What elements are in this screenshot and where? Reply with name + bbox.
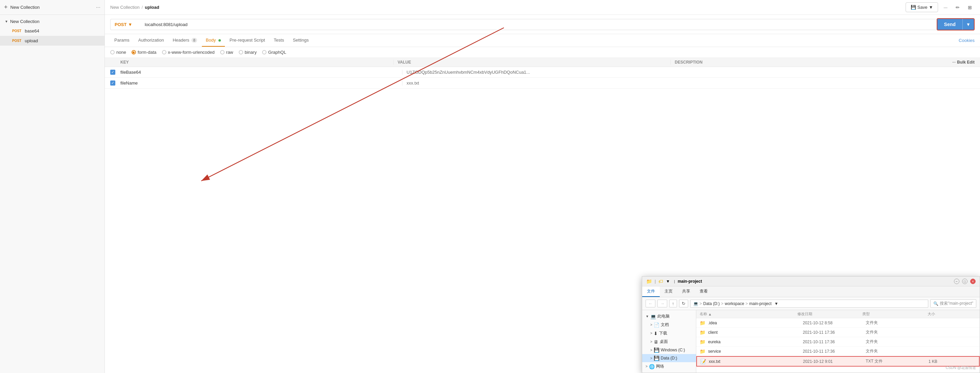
fd-tab-gongxiang[interactable]: 共享 <box>677 287 695 297</box>
url-input[interactable] <box>141 19 937 30</box>
method-select[interactable]: POST ▼ <box>110 19 141 30</box>
bulk-edit-button[interactable]: Bulk Edit <box>957 60 975 65</box>
file-row-client[interactable]: 📁 client 2021-10-11 17:36 文件夹 <box>696 328 980 337</box>
fd-up-button[interactable]: ↑ <box>669 300 677 308</box>
fd-file-area: 名称 ▲ 修改日期 类型 大小 📁 .idea 2021-10-12 8:58 … <box>696 310 980 373</box>
fd-forward-button[interactable]: → <box>657 300 667 308</box>
file-name-xxx: xxx.txt <box>709 359 803 364</box>
file-date-eureka: 2021-10-11 17:36 <box>803 340 866 344</box>
fd-tree-item-d-drive[interactable]: > 💾 Data (D:) <box>642 354 696 362</box>
fd-tree-item-computer[interactable]: ▼ 💻 此电脑 <box>642 312 696 320</box>
edit-button[interactable]: ✏ <box>953 3 963 12</box>
col-header-type[interactable]: 类型 <box>862 311 927 317</box>
row-checkbox-2[interactable] <box>110 80 120 86</box>
file-row-xxx[interactable]: 📝 xxx.txt 2021-10-12 9:01 TXT 文件 1 KB <box>696 356 980 367</box>
sidebar-item-base64[interactable]: POST base64 <box>0 26 105 36</box>
body-type-urlencoded[interactable]: x-www-form-urlencoded <box>162 50 215 55</box>
more-actions-icon[interactable]: ··· <box>952 60 956 65</box>
send-button[interactable]: Send <box>937 19 963 30</box>
body-type-binary[interactable]: binary <box>239 50 257 55</box>
fd-titlebar-sep: | <box>655 279 656 284</box>
file-row-eureka[interactable]: 📁 eureka 2021-10-11 17:36 文件夹 <box>696 337 980 347</box>
file-type-idea: 文件夹 <box>866 320 929 326</box>
body-type-form-data[interactable]: form-data <box>132 50 157 55</box>
fd-tree-item-desktop[interactable]: > 🖥 桌面 <box>642 338 696 346</box>
col-actions-header: ··· Bulk Edit <box>948 60 975 65</box>
file-icon-client: 📁 <box>700 330 705 335</box>
send-button-wrapper: Send ▼ <box>937 18 975 30</box>
topbar: New Collection / upload 💾 Save ▼ ··· ✏ ⊞ <box>105 0 980 15</box>
row-key-1[interactable]: fileBase64 <box>120 70 402 75</box>
breadcrumb-current: upload <box>145 5 159 10</box>
tree-c-label: Windows (C:) <box>661 347 685 352</box>
fd-tree-item-network[interactable]: > 🌐 网络 <box>642 362 696 371</box>
body-type-none[interactable]: none <box>110 50 126 55</box>
row-value-2[interactable]: xxx.txt <box>402 80 688 86</box>
cookies-link[interactable]: Cookies <box>959 38 975 43</box>
method-label: POST <box>115 22 126 27</box>
tree-desk-icon: 🖥 <box>654 339 659 344</box>
tree-computer-label: 此电脑 <box>657 314 670 319</box>
col-header-name[interactable]: 名称 ▲ <box>700 311 797 317</box>
fd-refresh-button[interactable]: ↻ <box>679 300 688 308</box>
tree-desk-label: 桌面 <box>660 339 668 344</box>
save-dropdown-icon: ▼ <box>929 5 933 10</box>
fd-bc-dropdown-icon[interactable]: ▼ <box>775 301 778 306</box>
collection-expand-toggle[interactable]: ▼ New Collection <box>0 17 105 26</box>
body-type-raw[interactable]: raw <box>220 50 233 55</box>
file-row-idea[interactable]: 📁 .idea 2021-10-12 8:58 文件夹 <box>696 318 980 328</box>
fd-tab-zhuye[interactable]: 主页 <box>660 287 677 297</box>
add-collection-button[interactable]: + <box>4 4 8 11</box>
radio-raw <box>220 50 224 54</box>
row-value-1[interactable]: U1ZODQp5b25nZnUuemhvbmNCm4xbVdyUGFhDQoNC… <box>402 70 688 75</box>
fd-minimize-button[interactable]: − <box>954 279 959 284</box>
tab-settings[interactable]: Settings <box>289 34 313 47</box>
tab-tests[interactable]: Tests <box>270 34 288 47</box>
fd-back-button[interactable]: ← <box>646 300 655 308</box>
save-button[interactable]: 💾 Save ▼ <box>905 2 939 12</box>
file-type-eureka: 文件夹 <box>866 339 929 344</box>
fd-folder-icon: 📁 <box>646 279 652 284</box>
tab-params[interactable]: Params <box>110 34 134 47</box>
file-date-service: 2021-10-11 17:36 <box>803 349 866 354</box>
fd-maximize-button[interactable]: □ <box>962 279 967 284</box>
file-row-service[interactable]: 📁 service 2021-10-11 17:36 文件夹 <box>696 347 980 356</box>
method-dropdown-icon: ▼ <box>128 22 132 27</box>
breadcrumb-separator: / <box>142 5 143 10</box>
fd-bc-sep3: > <box>746 301 748 306</box>
url-bar: POST ▼ Send ▼ <box>105 15 980 34</box>
checkbox-1[interactable] <box>110 70 115 75</box>
fd-tree-item-docs[interactable]: > 📄 文档 <box>642 320 696 329</box>
fd-search-box[interactable]: 🔍 搜索"main-project" <box>930 299 976 308</box>
file-icon-xxx: 📝 <box>700 359 706 364</box>
tab-body[interactable]: Body <box>202 34 225 47</box>
fd-address-bar[interactable]: 💻 > Data (D:) > workspace > main-project… <box>690 300 929 308</box>
tab-pre-request[interactable]: Pre-request Script <box>226 34 269 47</box>
col-value-header: VALUE <box>393 60 671 65</box>
fd-tree-item-downloads[interactable]: > ⬇ 下载 <box>642 329 696 338</box>
fd-tree-item-c-drive[interactable]: > 💾 Windows (C:) <box>642 346 696 354</box>
row-checkbox-1[interactable] <box>110 70 120 75</box>
sidebar-item-upload[interactable]: POST upload <box>0 36 105 46</box>
col-header-date[interactable]: 修改日期 <box>797 311 862 317</box>
tab-authorization[interactable]: Authorization <box>134 34 168 47</box>
fd-tab-chakan[interactable]: 查看 <box>695 287 713 297</box>
fd-search-placeholder: 搜索"main-project" <box>940 301 973 306</box>
more-options-button[interactable]: ··· <box>941 3 950 12</box>
headers-badge: 8 <box>191 38 197 43</box>
method-badge-post-upload: POST <box>11 38 23 43</box>
tab-headers[interactable]: Headers 8 <box>169 34 201 47</box>
sidebar-more-button[interactable]: ··· <box>96 5 100 11</box>
send-dropdown-button[interactable]: ▼ <box>963 19 974 30</box>
col-header-size[interactable]: 大小 <box>928 311 976 317</box>
row-key-2[interactable]: fileName <box>120 80 402 86</box>
tab-headers-label: Headers <box>173 38 189 43</box>
layout-button[interactable]: ⊞ <box>965 3 975 12</box>
body-type-graphql[interactable]: GraphQL <box>262 50 286 55</box>
checkbox-2[interactable] <box>110 80 115 86</box>
save-label: Save <box>918 5 928 10</box>
fd-tab-wenjian[interactable]: 文件 <box>642 287 660 297</box>
fd-close-button[interactable]: × <box>970 279 975 284</box>
tree-arrow-net: > <box>646 365 648 368</box>
form-table-header: KEY VALUE DESCRIPTION ··· Bulk Edit <box>105 58 980 67</box>
